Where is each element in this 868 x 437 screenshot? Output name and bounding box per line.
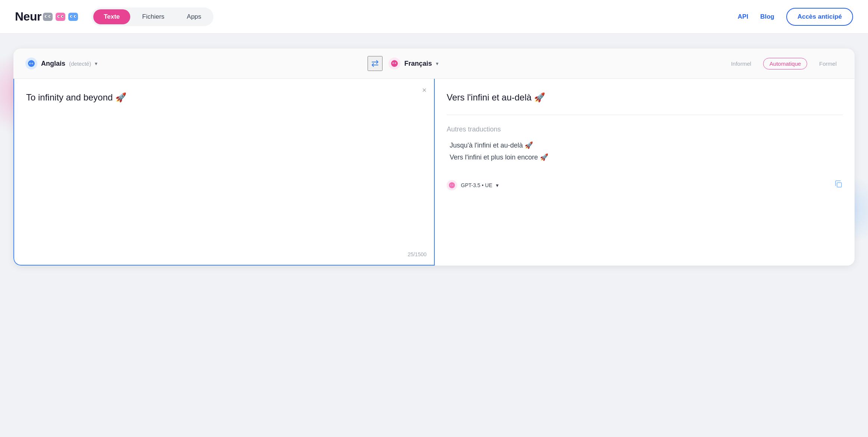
nav-tabs: Texte Fichiers Apps (91, 7, 213, 26)
svg-point-24 (396, 63, 396, 63)
tone-options: Informel Automatique Formel (725, 58, 843, 69)
target-lang-dropdown-icon[interactable]: ▾ (436, 61, 438, 66)
content-area: × 25/1500 Vers l'infini et au-delà 🚀 Aut… (13, 79, 855, 266)
api-link[interactable]: API (738, 13, 748, 21)
svg-point-18 (30, 63, 31, 64)
model-selector[interactable]: GPT-3.5 • UE ▾ (447, 180, 499, 190)
svg-rect-30 (837, 183, 842, 187)
alt-translation-1: Jusqu'à l'infini et au-delà 🚀 (447, 139, 843, 151)
translation-card: Anglais (detecté) ▾ (13, 49, 855, 266)
svg-rect-0 (43, 13, 53, 21)
target-panel: Vers l'infini et au-delà 🚀 Autres traduc… (435, 79, 855, 266)
copy-button[interactable] (834, 180, 843, 190)
target-lang-icon (388, 58, 400, 69)
svg-point-8 (58, 16, 59, 17)
language-header: Anglais (detecté) ▾ (13, 49, 855, 79)
blog-link[interactable]: Blog (760, 13, 774, 21)
svg-point-14 (75, 16, 76, 17)
logo-face-pink-icon (55, 12, 66, 22)
clear-button[interactable]: × (422, 86, 427, 94)
main: Anglais (detecté) ▾ (0, 34, 868, 281)
model-label: GPT-3.5 • UE (461, 182, 492, 188)
swap-languages-button[interactable] (368, 56, 383, 71)
source-lang-name: Anglais (41, 60, 65, 68)
other-translations-title: Autres traductions (447, 125, 843, 133)
logo-text-before: Neur (15, 10, 41, 24)
tone-informel[interactable]: Informel (725, 58, 757, 69)
header: Neur (0, 0, 868, 34)
swap-icon (371, 60, 380, 67)
target-footer: GPT-3.5 • UE ▾ (447, 176, 843, 190)
model-face-icon (449, 182, 455, 188)
svg-point-15 (28, 60, 35, 67)
source-panel: × 25/1500 (13, 79, 435, 266)
svg-point-3 (46, 16, 47, 17)
svg-point-9 (62, 16, 63, 17)
model-icon (447, 180, 457, 190)
main-translation-text: Vers l'infini et au-delà 🚀 (447, 91, 843, 104)
svg-point-28 (451, 185, 451, 185)
svg-rect-10 (68, 13, 78, 21)
svg-point-29 (453, 185, 453, 185)
logo: Neur (15, 10, 79, 24)
nav-tab-fichiers[interactable]: Fichiers (132, 9, 175, 24)
source-lang-dropdown-icon[interactable]: ▾ (95, 61, 97, 66)
svg-point-4 (49, 16, 50, 17)
copy-icon (834, 180, 843, 188)
source-lang-face-icon (28, 60, 35, 67)
tone-formel[interactable]: Formel (813, 58, 843, 69)
target-language-selector[interactable]: Français ▾ (388, 58, 725, 69)
alt-translation-2: Vers l'infini et plus loin encore 🚀 (447, 151, 843, 163)
logo-face-gray-icon (42, 12, 53, 22)
logo-face-blue-icon (68, 12, 79, 22)
nav-tab-apps[interactable]: Apps (177, 9, 212, 24)
model-dropdown-icon[interactable]: ▾ (496, 182, 499, 188)
header-right: API Blog Accès anticipé (738, 8, 853, 26)
svg-point-19 (32, 63, 33, 64)
svg-point-20 (391, 60, 398, 67)
early-access-button[interactable]: Accès anticipé (786, 8, 853, 26)
source-language-selector[interactable]: Anglais (detecté) ▾ (25, 58, 362, 69)
source-lang-detected: (detecté) (69, 61, 91, 67)
svg-point-23 (393, 63, 394, 63)
translation-divider (447, 115, 843, 115)
source-lang-icon (25, 58, 37, 69)
svg-rect-5 (56, 13, 65, 21)
source-text-input[interactable] (26, 91, 422, 203)
logo-icons (42, 12, 79, 22)
header-left: Neur (15, 7, 213, 26)
target-lang-name: Français (404, 60, 432, 68)
tone-automatique[interactable]: Automatique (763, 58, 807, 69)
target-lang-face-icon (391, 60, 398, 67)
nav-tab-texte[interactable]: Texte (93, 9, 130, 24)
svg-point-25 (449, 182, 455, 188)
char-count: 25/1500 (408, 251, 427, 257)
svg-point-13 (71, 16, 72, 17)
